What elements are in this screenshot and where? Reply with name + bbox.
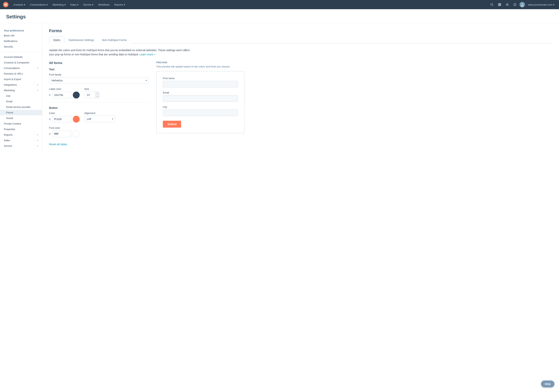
sidebar: Your preferences Basic info Notification…	[0, 23, 42, 153]
preview-city-input[interactable]	[163, 110, 238, 116]
button-font-color-label: Font color	[49, 126, 80, 129]
button-font-color-row: Font color #	[49, 126, 149, 137]
font-family-field: Font family Helvetica Arial Georgia Time…	[49, 73, 149, 84]
sidebar-item-private-content[interactable]: Private Content	[0, 121, 42, 126]
top-navigation: Contacts Conversations Marketing Sales S…	[0, 0, 559, 9]
svg-rect-9	[498, 5, 499, 6]
chevron-down-icon	[92, 3, 93, 6]
page-header: Settings	[0, 9, 559, 23]
size-label: Size	[84, 88, 100, 90]
user-avatar[interactable]	[520, 2, 525, 7]
sidebar-item-email[interactable]: Email	[0, 99, 42, 104]
chevron-down-icon	[64, 3, 66, 6]
preview-field-city: City	[163, 106, 238, 116]
preview-field-firstname: First name	[163, 77, 238, 87]
button-font-color-swatch[interactable]	[73, 131, 80, 137]
button-font-color-input-group: #	[49, 131, 80, 137]
sidebar-item-integrations[interactable]: Integrations	[0, 82, 42, 88]
nav-marketing[interactable]: Marketing	[51, 2, 67, 7]
sidebar-item-conversations[interactable]: Conversations	[0, 65, 42, 71]
button-color-alignment-row: Color # Alignment Left	[49, 112, 149, 123]
nav-conversations[interactable]: Conversations	[28, 2, 50, 7]
chevron-down-icon	[24, 3, 25, 6]
chevron-down-icon	[37, 145, 38, 147]
svg-rect-11	[500, 5, 501, 6]
alignment-select[interactable]: Left Center Right	[84, 116, 115, 122]
settings-column: All forms Text Font family Helvetica Ari…	[49, 61, 149, 146]
svg-rect-10	[499, 5, 500, 6]
svg-point-14	[522, 3, 523, 5]
font-family-select-wrapper: Helvetica Arial Georgia Times New Roman …	[49, 77, 149, 84]
label-color-input-group: #	[49, 92, 80, 98]
tab-styles[interactable]: Styles	[49, 37, 64, 44]
forms-tabs: Styles Submissions Settings Non-HubSpot …	[49, 37, 552, 44]
svg-line-2	[492, 5, 493, 6]
sidebar-item-sales[interactable]: Sales	[0, 138, 42, 143]
chevron-down-icon	[553, 3, 554, 6]
sidebar-item-contacts-companies[interactable]: Contacts & Companies	[0, 60, 42, 65]
preview-field-email: Email	[163, 91, 238, 102]
sidebar-item-import-export[interactable]: Import & Export	[0, 76, 42, 82]
chevron-down-icon	[37, 134, 38, 136]
sidebar-item-ads[interactable]: Ads	[0, 93, 42, 99]
reset-all-styles-link[interactable]: Reset all styles	[49, 143, 67, 146]
color-hash-icon: #	[49, 118, 51, 121]
tab-submissions-settings[interactable]: Submissions Settings	[64, 37, 98, 44]
nav-workflows[interactable]: Workflows	[96, 2, 112, 7]
sidebar-preferences-label: Your preferences	[0, 28, 42, 33]
size-increment-button[interactable]: ▲	[95, 92, 99, 95]
notifications-button[interactable]	[512, 1, 518, 8]
button-color-input[interactable]	[52, 116, 71, 122]
content-area: Your preferences Basic info Notification…	[0, 23, 559, 153]
chevron-down-icon	[37, 67, 38, 69]
domain-selector[interactable]: www.yourdomain.com	[526, 2, 556, 7]
sidebar-item-email-service-provider[interactable]: Email service provider	[0, 104, 42, 110]
label-color-swatch[interactable]	[73, 92, 80, 98]
sidebar-item-marketing[interactable]: Marketing	[0, 88, 42, 93]
learn-more-link[interactable]: Learn more	[140, 53, 156, 56]
settings-button[interactable]	[504, 1, 510, 8]
main-content: Forms Styles Submissions Settings Non-Hu…	[42, 23, 559, 153]
preview-form-container: First name Email City Submit	[156, 71, 244, 133]
page-container: Settings Your preferences Basic info Not…	[0, 9, 559, 392]
color-hash-icon: #	[49, 132, 51, 135]
sidebar-item-service[interactable]: Service	[0, 143, 42, 149]
preview-email-label: Email	[163, 91, 238, 94]
svg-rect-4	[499, 3, 500, 4]
button-color-input-group: #	[49, 116, 80, 123]
nav-service[interactable]: Service	[81, 2, 95, 7]
apps-button[interactable]	[496, 1, 503, 8]
svg-rect-7	[499, 4, 500, 5]
preview-email-input[interactable]	[163, 95, 238, 102]
preview-city-label: City	[163, 106, 238, 108]
page-title: Settings	[6, 14, 553, 20]
sidebar-item-forms[interactable]: Forms	[0, 110, 42, 115]
label-color-input[interactable]	[52, 92, 71, 98]
preview-firstname-label: First name	[163, 77, 238, 80]
sidebar-item-security[interactable]: Security	[0, 44, 42, 49]
nav-contacts[interactable]: Contacts	[11, 2, 27, 7]
sidebar-item-notifications[interactable]: Notifications	[0, 38, 42, 44]
chevron-down-icon	[47, 3, 48, 6]
help-button[interactable]: Help	[541, 381, 554, 387]
sidebar-item-reports[interactable]: Reports	[0, 132, 42, 138]
nav-reports[interactable]: Reports	[112, 2, 127, 7]
svg-point-15	[521, 5, 523, 7]
preview-submit-button[interactable]: Submit	[163, 121, 181, 128]
search-button[interactable]	[489, 1, 495, 8]
forms-settings-layout: All forms Text Font family Helvetica Ari…	[49, 61, 552, 146]
hubspot-logo[interactable]	[3, 2, 9, 7]
button-font-color-input[interactable]	[52, 131, 71, 137]
sidebar-item-social[interactable]: Social	[0, 115, 42, 121]
sidebar-item-properties[interactable]: Properties	[0, 126, 42, 132]
sidebar-item-account-defaults[interactable]: Account Defaults	[0, 54, 42, 60]
size-decrement-button[interactable]: ▼	[95, 95, 99, 98]
sidebar-item-domains[interactable]: Domains & URLs	[0, 71, 42, 76]
button-color-swatch[interactable]	[73, 116, 80, 123]
sidebar-item-basic-info[interactable]: Basic info	[0, 33, 42, 38]
font-family-select[interactable]: Helvetica Arial Georgia Times New Roman …	[49, 77, 149, 84]
tab-non-hubspot-forms[interactable]: Non-HubSpot Forms	[98, 37, 131, 44]
font-family-label: Font family	[49, 73, 149, 76]
preview-firstname-input[interactable]	[163, 81, 238, 87]
nav-sales[interactable]: Sales	[68, 2, 81, 7]
